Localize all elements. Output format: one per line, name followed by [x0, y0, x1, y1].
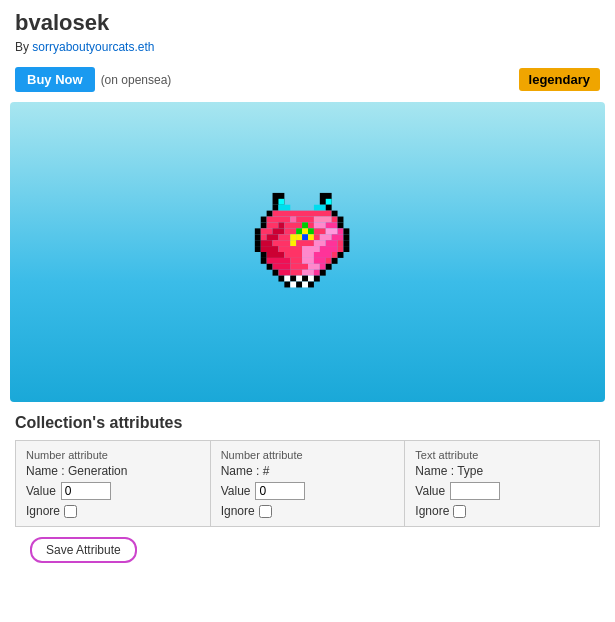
- legendary-badge: legendary: [519, 68, 600, 91]
- attributes-grid: Number attribute Name : Generation Value…: [15, 440, 600, 527]
- attr-type-1: Number attribute: [26, 449, 200, 461]
- svg-rect-101: [296, 282, 302, 288]
- svg-rect-61: [278, 246, 302, 252]
- svg-rect-69: [302, 252, 314, 258]
- svg-rect-36: [337, 228, 343, 234]
- svg-rect-31: [296, 228, 302, 234]
- header-row: Buy Now (on opensea) legendary: [0, 62, 615, 102]
- svg-rect-96: [302, 276, 308, 282]
- svg-rect-95: [296, 276, 302, 282]
- svg-rect-82: [290, 264, 308, 270]
- svg-rect-62: [302, 246, 320, 252]
- attr-ignore-label-2: Ignore: [221, 504, 255, 518]
- svg-rect-22: [302, 222, 308, 228]
- attr-type-2: Number attribute: [221, 449, 395, 461]
- svg-rect-21: [284, 222, 302, 228]
- buy-now-button[interactable]: Buy Now: [15, 67, 95, 92]
- attr-value-input-2[interactable]: [255, 482, 305, 500]
- svg-rect-49: [343, 234, 349, 240]
- svg-rect-67: [266, 252, 284, 258]
- svg-rect-19: [266, 222, 278, 228]
- svg-rect-16: [331, 217, 337, 223]
- svg-rect-80: [266, 264, 272, 270]
- svg-rect-38: [254, 234, 260, 240]
- svg-rect-60: [260, 246, 278, 252]
- svg-rect-10: [331, 211, 337, 217]
- svg-rect-92: [278, 276, 284, 282]
- svg-rect-52: [272, 240, 290, 246]
- attr-name-row-1: Name : Generation: [26, 464, 200, 478]
- attr-ignore-row-3: Ignore: [415, 504, 589, 518]
- svg-rect-55: [313, 240, 325, 246]
- attr-ignore-checkbox-3[interactable]: [453, 505, 466, 518]
- svg-rect-58: [343, 240, 349, 246]
- svg-rect-24: [313, 222, 325, 228]
- svg-rect-57: [337, 240, 343, 246]
- svg-rect-34: [313, 228, 325, 234]
- svg-rect-73: [260, 258, 266, 264]
- attr-value-input-1[interactable]: [61, 482, 111, 500]
- svg-rect-53: [290, 240, 296, 246]
- attr-ignore-checkbox-2[interactable]: [259, 505, 272, 518]
- svg-rect-13: [290, 217, 296, 223]
- svg-rect-93: [284, 276, 290, 282]
- svg-rect-79: [331, 258, 337, 264]
- svg-rect-9: [272, 211, 331, 217]
- svg-rect-75: [290, 258, 302, 264]
- svg-rect-59: [254, 246, 260, 252]
- svg-rect-91: [319, 270, 325, 276]
- nft-image-container: [10, 102, 605, 402]
- svg-rect-15: [313, 217, 331, 223]
- attr-name-row-3: Name : Type: [415, 464, 589, 478]
- collections-section: Collection's attributes Number attribute…: [0, 402, 615, 573]
- svg-rect-94: [290, 276, 296, 282]
- attr-ignore-label-1: Ignore: [26, 504, 60, 518]
- svg-rect-8: [266, 211, 272, 217]
- svg-rect-1: [278, 199, 284, 205]
- by-link[interactable]: sorryaboutyourcats.eth: [32, 40, 154, 54]
- attr-ignore-label-3: Ignore: [415, 504, 449, 518]
- attr-value-label-2: Value: [221, 484, 251, 498]
- svg-rect-32: [302, 228, 308, 234]
- svg-rect-78: [325, 258, 331, 264]
- svg-rect-70: [313, 252, 331, 258]
- attr-name-value-2: #: [263, 464, 270, 478]
- attr-name-value-3: Type: [457, 464, 483, 478]
- svg-rect-88: [290, 270, 302, 276]
- svg-rect-65: [343, 246, 349, 252]
- svg-rect-54: [296, 240, 314, 246]
- attr-name-label-2: Name :: [221, 464, 260, 478]
- attr-name-value-1: Generation: [68, 464, 127, 478]
- svg-rect-99: [284, 282, 290, 288]
- attr-value-input-3[interactable]: [450, 482, 500, 500]
- svg-rect-44: [302, 234, 308, 240]
- attribute-cell-1: Number attribute Name : Generation Value…: [16, 441, 211, 526]
- svg-rect-29: [272, 228, 284, 234]
- attr-value-row-3: Value: [415, 482, 589, 500]
- svg-rect-45: [308, 234, 314, 240]
- svg-rect-97: [308, 276, 314, 282]
- svg-rect-3: [325, 199, 331, 205]
- svg-rect-12: [266, 217, 290, 223]
- svg-rect-25: [325, 222, 337, 228]
- svg-rect-87: [278, 270, 290, 276]
- svg-rect-35: [325, 228, 337, 234]
- svg-rect-14: [296, 217, 314, 223]
- svg-rect-11: [260, 217, 266, 223]
- attr-value-row-1: Value: [26, 482, 200, 500]
- attr-ignore-row-2: Ignore: [221, 504, 395, 518]
- svg-rect-18: [260, 222, 266, 228]
- svg-rect-20: [278, 222, 284, 228]
- svg-rect-89: [302, 270, 314, 276]
- svg-rect-48: [331, 234, 343, 240]
- svg-rect-42: [290, 234, 296, 240]
- attr-ignore-row-1: Ignore: [26, 504, 200, 518]
- attr-value-label-3: Value: [415, 484, 445, 498]
- svg-rect-81: [272, 264, 290, 270]
- attr-ignore-checkbox-1[interactable]: [64, 505, 77, 518]
- save-attribute-button[interactable]: Save Attribute: [30, 537, 137, 563]
- svg-rect-28: [260, 228, 272, 234]
- attr-value-row-2: Value: [221, 482, 395, 500]
- svg-rect-90: [313, 270, 319, 276]
- svg-rect-39: [260, 234, 266, 240]
